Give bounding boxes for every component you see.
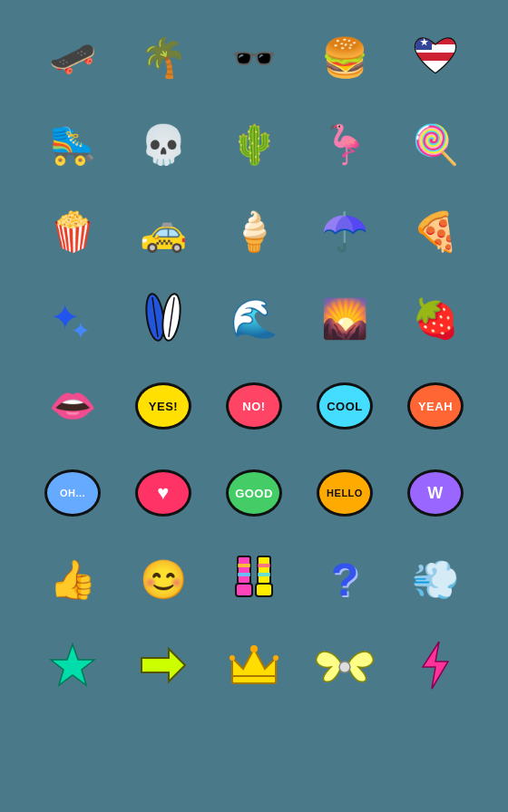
smiley-icon: 😊 <box>140 561 187 599</box>
cell-skull[interactable]: 💀 <box>118 102 209 188</box>
cell-cool-bubble[interactable]: COOL <box>299 362 390 450</box>
cell-roller-skate[interactable]: 🛼 <box>27 102 118 188</box>
cool-bubble: COOL <box>317 382 373 430</box>
cell-sunglasses[interactable]: 🕶️ <box>209 14 299 102</box>
lips-icon: 👄 <box>49 387 96 425</box>
svg-rect-15 <box>256 584 272 596</box>
cell-no-bubble[interactable]: NO! <box>209 362 299 450</box>
strawberry-icon: 🍓 <box>412 300 459 338</box>
heart-bubble-text: ♥ <box>157 481 170 505</box>
cell-strawberry[interactable]: 🍓 <box>390 276 481 362</box>
svg-point-24 <box>250 645 258 652</box>
cloud-puff-icon: 💨 <box>412 561 459 599</box>
cell-cactus[interactable]: 🌵 <box>209 102 299 188</box>
cell-car[interactable]: 🚕 <box>118 188 209 276</box>
hello-bubble-text: HELLO <box>327 488 363 498</box>
cell-umbrella[interactable]: ☂️ <box>299 188 390 276</box>
cell-arrow[interactable] <box>118 624 209 710</box>
good-bubble-text: GOOD <box>235 487 273 500</box>
oh-bubble: OH... <box>44 469 101 517</box>
heart-bubble: ♥ <box>135 469 191 517</box>
cell-surfboards[interactable] <box>118 276 209 362</box>
car-icon: 🚕 <box>140 213 187 251</box>
colorful-boots-icon <box>230 553 278 607</box>
cell-good-bubble[interactable]: GOOD <box>209 450 299 536</box>
right-arrow-icon <box>138 643 189 691</box>
cell-heart-bubble[interactable]: ♥ <box>118 450 209 536</box>
cell-yes-bubble[interactable]: YES! <box>118 362 209 450</box>
yeah-bubble: YEAH <box>407 382 464 430</box>
cell-cloud-puff[interactable]: 💨 <box>390 536 481 624</box>
svg-rect-17 <box>258 564 270 567</box>
american-heart-icon: ★ <box>412 33 459 84</box>
yeah-bubble-text: YEAH <box>418 400 453 413</box>
cell-flamingo[interactable]: 🦩 <box>299 102 390 188</box>
wave-icon: 🌊 <box>230 300 278 338</box>
yes-bubble: YES! <box>135 382 191 430</box>
ice-cream-icon: 🍦 <box>230 213 278 251</box>
cell-star-teal[interactable] <box>27 624 118 710</box>
cell-lollipop[interactable]: 🍭 <box>390 102 481 188</box>
cell-wings[interactable] <box>299 624 390 710</box>
cool-bubble-text: COOL <box>327 400 363 413</box>
cell-yeah-bubble[interactable]: YEAH <box>390 362 481 450</box>
cell-lightning[interactable] <box>390 624 481 710</box>
oh-bubble-text: OH... <box>60 488 85 498</box>
svg-rect-18 <box>238 573 250 576</box>
w-bubble-text: W <box>427 484 444 503</box>
cell-hello-bubble[interactable]: HELLO <box>299 450 390 536</box>
cell-thumbs-up[interactable]: 👍 <box>27 536 118 624</box>
cell-sunrise[interactable]: 🌄 <box>299 276 390 362</box>
cell-pizza[interactable]: 🍕 <box>390 188 481 276</box>
svg-text:✦: ✦ <box>71 317 91 343</box>
lollipop-icon: 🍭 <box>412 126 459 164</box>
palm-tree-icon: 🌴 <box>140 39 187 77</box>
svg-rect-14 <box>258 556 270 584</box>
cell-crown[interactable] <box>209 624 299 710</box>
flamingo-icon: 🦩 <box>321 126 368 164</box>
roller-skate-icon: 🛼 <box>49 126 96 164</box>
cell-palm[interactable]: 🌴 <box>118 14 209 102</box>
cell-burger[interactable]: 🍔 <box>299 14 390 102</box>
cell-icecream[interactable]: 🍦 <box>209 188 299 276</box>
cell-skateboard[interactable]: 🛹 <box>27 14 118 102</box>
umbrella-icon: ☂️ <box>321 213 368 251</box>
svg-marker-21 <box>142 649 185 682</box>
cell-starfish[interactable]: ✦ ✦ <box>27 276 118 362</box>
yes-bubble-text: YES! <box>149 400 178 413</box>
svg-rect-13 <box>236 584 252 596</box>
question-mark-icon: ? <box>331 554 359 606</box>
surfboards-icon <box>139 290 188 348</box>
wings-icon <box>313 643 376 691</box>
sunglasses-icon: 🕶️ <box>231 40 277 76</box>
sunrise-icon: 🌄 <box>321 300 368 338</box>
good-bubble: GOOD <box>226 469 282 517</box>
svg-point-25 <box>230 655 235 661</box>
no-bubble: NO! <box>226 382 282 430</box>
hello-bubble: HELLO <box>317 469 373 517</box>
skull-icon: 💀 <box>140 126 187 164</box>
thumbs-up-icon: 👍 <box>49 561 96 599</box>
popcorn-icon: 🍿 <box>49 213 96 251</box>
svg-marker-20 <box>51 644 94 685</box>
cell-w-bubble[interactable]: W <box>390 450 481 536</box>
no-bubble-text: NO! <box>242 400 265 413</box>
cell-popcorn[interactable]: 🍿 <box>27 188 118 276</box>
svg-text:★: ★ <box>420 37 429 47</box>
svg-point-26 <box>273 655 278 661</box>
starfish-icon: ✦ ✦ <box>45 292 100 346</box>
teal-star-icon <box>48 642 97 692</box>
lightning-icon <box>419 640 452 694</box>
cell-smiley[interactable]: 😊 <box>118 536 209 624</box>
cell-oh-bubble[interactable]: OH... <box>27 450 118 536</box>
cell-heart-flag[interactable]: ★ <box>390 14 481 102</box>
cell-boots[interactable] <box>209 536 299 624</box>
svg-rect-12 <box>238 556 250 584</box>
cell-question[interactable]: ? <box>299 536 390 624</box>
cell-wave[interactable]: 🌊 <box>209 276 299 362</box>
crown-icon <box>229 643 279 691</box>
cell-lips[interactable]: 👄 <box>27 362 118 450</box>
burger-icon: 🍔 <box>321 39 368 77</box>
pizza-icon: 🍕 <box>412 213 459 251</box>
svg-marker-22 <box>232 649 276 678</box>
